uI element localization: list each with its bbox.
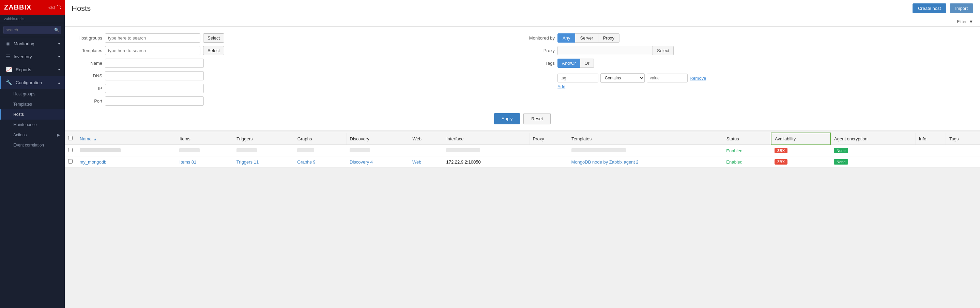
page-title: Hosts <box>72 4 91 13</box>
select-all-checkbox[interactable] <box>68 136 73 140</box>
sub-item-label: Maintenance <box>13 122 37 127</box>
dns-input[interactable] <box>105 71 204 80</box>
row-encryption-cell: None <box>830 156 915 168</box>
topbar-actions: Create host Import <box>913 3 973 13</box>
sidebar-item-configuration[interactable]: 🔧 Configuration ▴ <box>0 76 65 89</box>
import-button[interactable]: Import <box>950 3 973 13</box>
select-all-col <box>65 133 76 145</box>
name-input[interactable] <box>105 59 204 68</box>
filter-port: Port <box>75 97 517 106</box>
zbx-badge[interactable]: ZBX <box>775 148 788 153</box>
web-link[interactable]: Web <box>412 159 422 165</box>
remove-tag-link[interactable]: Remove <box>690 76 706 81</box>
tag-name-input[interactable] <box>557 74 598 83</box>
filter-host-groups: Host groups Select <box>75 33 517 43</box>
tags-and-or-button[interactable]: And/Or <box>557 59 580 68</box>
filter-ip: IP <box>75 84 517 93</box>
host-groups-input[interactable] <box>105 33 200 43</box>
expand-icon[interactable]: ⛶ <box>57 5 60 10</box>
sidebar-item-host-groups[interactable]: Host groups <box>0 89 65 99</box>
row-graphs-cell: Graphs 9 <box>294 156 346 168</box>
filter-templates: Templates Select <box>75 46 517 55</box>
row-availability-cell: ZBX <box>771 156 830 168</box>
filter-label: Filter <box>957 19 967 24</box>
items-link[interactable]: Items 81 <box>179 159 196 165</box>
row-status-cell: Enabled <box>723 156 771 168</box>
search-icon: 🔍 <box>54 28 59 32</box>
proxy-input[interactable] <box>557 46 653 55</box>
apply-button[interactable]: Apply <box>494 113 520 124</box>
sidebar-item-maintenance[interactable]: Maintenance <box>0 120 65 130</box>
main-content: Hosts Create host Import Filter ▼ Host g… <box>65 0 980 308</box>
row-checkbox[interactable] <box>68 159 73 164</box>
configuration-icon: 🔧 <box>6 79 12 86</box>
none-badge[interactable]: None <box>834 148 848 153</box>
row-status-cell: Enabled <box>723 145 771 156</box>
row-tags-cell <box>946 156 980 168</box>
host-groups-select-button[interactable]: Select <box>203 33 224 43</box>
filter-name: Name <box>75 59 517 68</box>
tag-value-input[interactable] <box>647 74 687 83</box>
row-name-cell <box>76 145 176 156</box>
monitored-proxy-button[interactable]: Proxy <box>598 33 619 43</box>
sidebar-item-monitoring[interactable]: ◉ Monitoring ▾ <box>0 37 65 50</box>
sidebar-item-templates[interactable]: Templates <box>0 99 65 110</box>
dns-label: DNS <box>75 73 102 78</box>
templates-link[interactable]: MongoDB node by Zabbix agent 2 <box>571 159 639 165</box>
status-enabled: Enabled <box>726 159 743 165</box>
triggers-link[interactable]: Triggers 11 <box>237 159 259 165</box>
row-triggers-cell: Triggers 11 <box>233 156 294 168</box>
monitored-by-label: Monitored by <box>528 35 555 41</box>
filter-monitored-by: Monitored by Any Server Proxy <box>528 33 970 43</box>
reports-icon: 📈 <box>6 67 12 73</box>
monitored-any-button[interactable]: Any <box>557 33 575 43</box>
sidebar-header-icons: ◁◁ ⛶ <box>48 5 60 10</box>
row-checkbox[interactable] <box>68 148 73 152</box>
proxy-select-button[interactable]: Select <box>653 46 674 55</box>
filter-dns: DNS <box>75 71 517 80</box>
row-info-cell <box>915 145 946 156</box>
host-name-link[interactable]: my_mongodb <box>80 159 107 165</box>
filter-icon[interactable]: ▼ <box>969 19 973 24</box>
chevron-icon: ▴ <box>58 81 60 84</box>
sidebar-item-event-correlation[interactable]: Event correlation <box>0 140 65 150</box>
ip-input[interactable] <box>105 84 204 93</box>
inventory-icon: ☰ <box>6 54 10 60</box>
templates-input[interactable] <box>105 46 200 55</box>
tag-condition-select[interactable]: Contains Equals Does not contain Does no… <box>600 73 645 83</box>
monitored-server-button[interactable]: Server <box>575 33 598 43</box>
add-tag-link[interactable]: Add <box>557 84 565 89</box>
row-templates-cell <box>568 145 723 156</box>
chevron-icon: ▾ <box>58 42 60 46</box>
templates-select-button[interactable]: Select <box>203 46 224 55</box>
sidebar-item-label: Reports <box>16 67 31 72</box>
graphs-link[interactable]: Graphs 9 <box>297 159 315 165</box>
instance-label: zabbix-redis <box>0 15 65 23</box>
sidebar-item-inventory[interactable]: ☰ Inventory ▾ <box>0 50 65 63</box>
sidebar: ZABBIX ◁◁ ⛶ zabbix-redis 🔍 ◉ Monitoring … <box>0 0 65 308</box>
col-info: Info <box>915 133 946 145</box>
row-templates-cell: MongoDB node by Zabbix agent 2 <box>568 156 723 168</box>
host-groups-label: Host groups <box>75 35 102 41</box>
filter-toggle-bar: Filter ▼ <box>65 17 980 27</box>
col-name[interactable]: Name ▲ <box>76 133 176 145</box>
hosts-table: Name ▲ Items Triggers Graphs Discovery W… <box>65 133 980 168</box>
row-discovery-cell <box>346 145 409 156</box>
none-badge[interactable]: None <box>834 159 848 165</box>
col-triggers: Triggers <box>233 133 294 145</box>
create-host-button[interactable]: Create host <box>913 3 946 13</box>
col-agent-encryption: Agent encryption <box>830 133 915 145</box>
sidebar-item-actions[interactable]: Actions ▶ <box>0 130 65 140</box>
sidebar-item-hosts[interactable]: Hosts <box>0 110 65 120</box>
sidebar-search-input[interactable] <box>3 26 61 34</box>
zbx-badge[interactable]: ZBX <box>775 159 788 165</box>
discovery-link[interactable]: Discovery 4 <box>350 159 373 165</box>
row-web-cell <box>409 145 442 156</box>
col-web: Web <box>409 133 442 145</box>
app-logo: ZABBIX <box>4 3 31 11</box>
port-input[interactable] <box>105 97 204 106</box>
reset-button[interactable]: Reset <box>523 113 550 124</box>
tags-or-button[interactable]: Or <box>580 59 593 68</box>
sidebar-item-reports[interactable]: 📈 Reports ▾ <box>0 63 65 76</box>
collapse-icon[interactable]: ◁◁ <box>48 5 54 10</box>
